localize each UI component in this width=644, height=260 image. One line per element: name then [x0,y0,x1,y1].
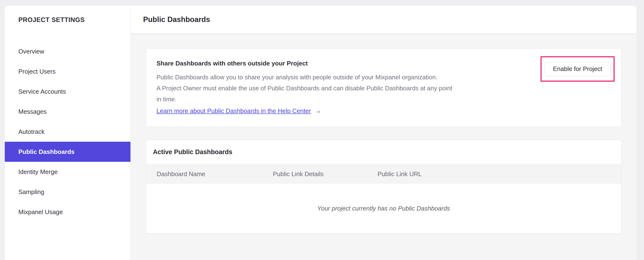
highlight-annotation-box: Enable for Project [540,56,615,82]
share-card-description-line-1: Public Dashboards allow you to share you… [156,72,452,83]
share-card-description-line-3: in time. [156,94,452,105]
page: PROJECT SETTINGS Overview Project Users … [0,0,644,260]
sidebar-item-messages[interactable]: Messages [5,101,130,122]
sidebar-item-autotrack[interactable]: Autotrack [5,122,130,142]
sidebar-item-sampling[interactable]: Sampling [5,182,130,202]
main-content: Share Dashboards with others outside you… [131,34,636,260]
help-center-link-row: Learn more about Public Dashboards in th… [156,107,322,115]
share-card-description: Public Dashboards allow you to share you… [156,72,452,105]
dashboards-table-header: Dashboard Name Public Link Details Publi… [146,164,621,184]
sidebar-item-project-users[interactable]: Project Users [5,61,130,81]
sidebar-item-identity-merge[interactable]: Identity Merge [5,162,130,182]
active-dashboards-title-row: Active Public Dashboards [146,140,621,164]
sidebar-item-overview[interactable]: Overview [5,41,130,61]
dashboards-table-body: Your project currently has no Public Das… [146,184,621,233]
sidebar-item-public-dashboards[interactable]: Public Dashboards [5,142,130,162]
share-card-heading: Share Dashboards with others outside you… [156,60,308,67]
column-header-dashboard-name: Dashboard Name [157,164,205,184]
page-header: Public Dashboards [131,6,636,34]
page-title: Public Dashboards [143,15,210,24]
help-center-link[interactable]: Learn more about Public Dashboards in th… [156,107,311,115]
arrow-right-icon: → [315,107,322,115]
share-dashboards-card: Share Dashboards with others outside you… [146,49,621,127]
column-header-public-link-url: Public Link URL [378,164,422,184]
app-window: PROJECT SETTINGS Overview Project Users … [5,6,636,260]
active-dashboards-card: Active Public Dashboards Dashboard Name … [146,140,621,233]
project-settings-sidebar: PROJECT SETTINGS Overview Project Users … [5,6,131,260]
sidebar-item-service-accounts[interactable]: Service Accounts [5,81,130,101]
enable-for-project-button[interactable]: Enable for Project [545,62,610,76]
share-card-description-line-2: A Project Owner must enable the use of P… [156,83,452,94]
sidebar-title: PROJECT SETTINGS [18,16,130,24]
column-header-public-link-details: Public Link Details [273,164,324,184]
sidebar-nav: Overview Project Users Service Accounts … [5,41,130,222]
empty-state-message: Your project currently has no Public Das… [317,205,450,212]
active-dashboards-title: Active Public Dashboards [153,148,232,156]
main-area: Public Dashboards Share Dashboards with … [131,6,636,260]
sidebar-item-mixpanel-usage[interactable]: Mixpanel Usage [5,202,130,222]
